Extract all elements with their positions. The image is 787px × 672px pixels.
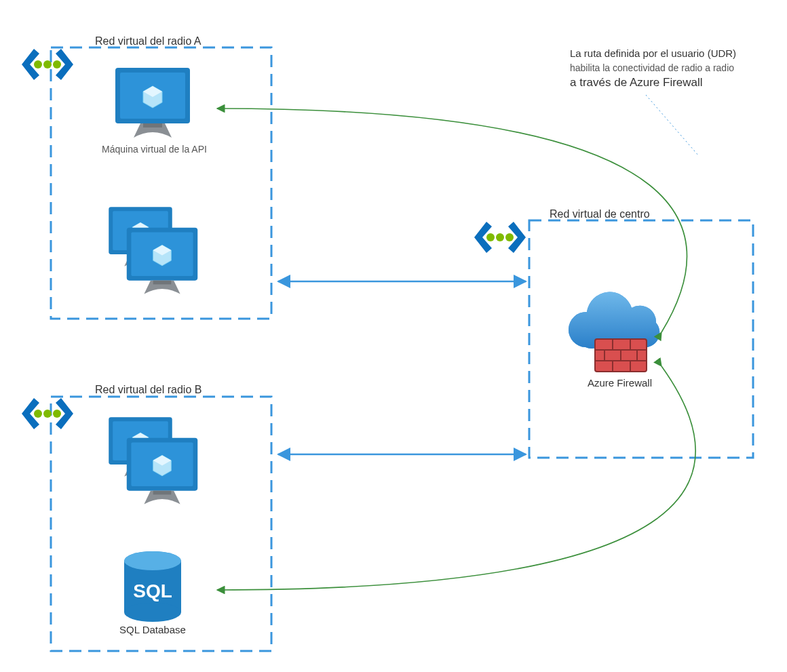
spoke-b-vmss-icon [109,417,197,504]
udr-leader-line [646,95,699,156]
sql-database-icon [124,551,181,622]
diagram-svg: SQL [0,0,787,672]
sql-db-label: SQL Database [119,624,186,635]
api-vm-label: Máquina virtual de la API [102,144,207,155]
udr-text-line1: La ruta definida por el usuario (UDR) [570,47,736,59]
diagram-stage: SQL Red virtual del radio A Máquina virt… [0,0,787,672]
udr-curve-to-spoke-b [217,366,695,590]
azure-firewall-icon [569,292,659,372]
firewall-label: Azure Firewall [588,377,652,389]
vnet-icon [474,222,526,253]
hub-title: Red virtual de centro [550,208,650,220]
udr-text-line2: habilita la conectividad de radio a radi… [570,62,734,73]
vnet-icon [22,398,73,429]
api-vm-icon [115,68,190,138]
udr-text-line3: a través de Azure Firewall [570,76,703,90]
spoke-a-vmss-icon [109,207,197,294]
spoke-a-title: Red virtual del radio A [95,35,201,47]
vnet-icon [22,49,73,80]
spoke-b-title: Red virtual del radio B [95,384,201,396]
